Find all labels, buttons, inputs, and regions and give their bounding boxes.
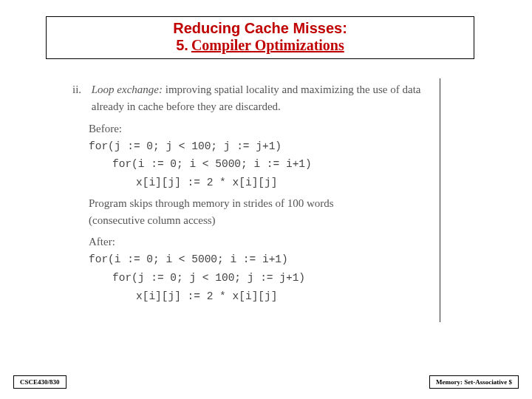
- slide-body: ii. Loop exchange: improving spatial loc…: [72, 81, 457, 305]
- list-marker: ii.: [72, 81, 89, 98]
- loop-exchange-paragraph: Loop exchange: improving spatial localit…: [92, 81, 437, 116]
- slide-title-box: Reducing Cache Misses: 5. Compiler Optim…: [46, 16, 474, 59]
- code-after-line1: for(i := 0; i < 5000; i := i+1): [89, 250, 457, 269]
- title-underlined: Compiler Optimizations: [191, 37, 344, 53]
- title-number: 5.: [176, 37, 188, 53]
- after-label: After:: [89, 233, 457, 250]
- code-before-line2: for(i := 0; i < 5000; i := i+1): [112, 155, 457, 174]
- loop-exchange-label: Loop exchange:: [92, 83, 163, 95]
- code-after-line2: for(j := 0; j < 100; j := j+1): [112, 269, 457, 287]
- title-line1: Reducing Cache Misses:: [173, 20, 347, 36]
- explanation-line2: (consecutive column access): [89, 212, 457, 229]
- before-label: Before:: [89, 120, 457, 137]
- code-before-line1: for(j := 0; j < 100; j := j+1): [89, 137, 457, 156]
- explanation-line1: Program skips through memory in strides …: [89, 195, 457, 212]
- footer-course: CSCE430/830: [13, 375, 66, 389]
- code-after-line3: x[i][j] := 2 * x[i][j]: [136, 287, 457, 306]
- code-before-line3: x[i][j] := 2 * x[i][j]: [136, 174, 457, 192]
- footer-topic: Memory: Set-Associative $: [429, 375, 519, 389]
